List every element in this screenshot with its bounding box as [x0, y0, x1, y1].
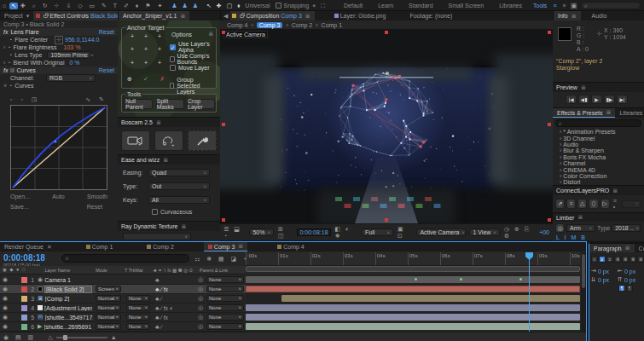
workspace-small-screen[interactable]: Small Screen	[449, 3, 484, 9]
anchor-apply-icon[interactable]: ⊕	[127, 76, 132, 83]
timeline-search-input[interactable]: ⌕	[61, 254, 189, 263]
layer-bar-adjustment[interactable]	[246, 304, 580, 311]
view-dropdown[interactable]: Active Camera˅	[416, 228, 466, 236]
prev-frame-button[interactable]: ◀▮	[578, 95, 589, 104]
layer-name[interactable]: [shuttle...2695691.mov]	[44, 324, 92, 330]
curves-tool-icons[interactable]: ▫ ▫ ◳	[10, 96, 40, 103]
layer-bar-black-solid[interactable]	[246, 286, 580, 292]
connect-mini-icons[interactable]: ≡ •	[613, 198, 620, 210]
layer-row-black-solid-2[interactable]: ◉ 2 [Black Solid 2] Screen˅ ♣ ∕ fx ◎ Non…	[0, 285, 246, 294]
expander[interactable]: ›	[3, 60, 5, 66]
layer-name[interactable]: [Black Solid 2]	[44, 286, 92, 293]
panel-menu-icon[interactable]: ≣	[180, 13, 185, 20]
selection-handle[interactable]	[222, 218, 225, 222]
stopwatch-icon[interactable]: ◔	[9, 83, 12, 89]
tab-info[interactable]: Info≣	[554, 11, 581, 20]
limber-thumb[interactable]: ◎	[555, 223, 565, 233]
keys-dropdown[interactable]: All˅	[148, 196, 210, 204]
boscam-title[interactable]: Boscam 2.5	[121, 119, 153, 125]
selection-handle[interactable]	[222, 123, 225, 126]
magnification-dropdown[interactable]: 50%˅	[249, 228, 274, 236]
mini-tool-icons[interactable]: ↖ ✚ ▢ ⬧	[206, 3, 241, 9]
stopwatch-icon[interactable]: ◔	[9, 37, 12, 43]
keyframe[interactable]	[519, 278, 522, 280]
layer-color-label[interactable]	[21, 286, 27, 292]
layer-color-label[interactable]	[21, 305, 27, 311]
blend-value[interactable]: 0 %	[70, 60, 80, 66]
connect-triangle-button[interactable]: △	[577, 199, 587, 209]
boscam-lasso-button[interactable]: +	[154, 130, 183, 151]
use-layers-alpha-checkbox[interactable]: ✓	[170, 44, 176, 50]
workspace-default[interactable]: Default	[344, 3, 363, 9]
panel-menu-icon[interactable]: ≣	[163, 157, 168, 164]
anchor-bottom-center[interactable]: +	[139, 60, 153, 72]
curves-reset-button[interactable]: Reset	[87, 204, 102, 210]
justify-last-left-button[interactable]: ≣	[614, 256, 621, 263]
keyframe[interactable]	[415, 278, 417, 280]
workspace-search-input[interactable]: ⌕	[581, 2, 641, 9]
fx-cat-distort[interactable]: ›Distort	[553, 179, 644, 185]
connect-grid-button[interactable]: ⌗	[566, 199, 576, 209]
play-button[interactable]: ▶	[591, 95, 602, 104]
parent-pickwhip-icon[interactable]: ◎	[198, 276, 203, 283]
expander-open[interactable]: ˅	[3, 83, 7, 89]
effects-search-input[interactable]: ⌕	[555, 119, 641, 127]
workspace-libraries[interactable]: Libraries	[499, 3, 522, 9]
layer-color-label[interactable]	[21, 277, 27, 283]
trkmat-dropdown[interactable]: None˅	[126, 314, 150, 321]
anchor-mid-left[interactable]: +	[125, 46, 139, 59]
effect-curves[interactable]: Curves	[16, 67, 35, 73]
tab-comp4[interactable]: Comp 4	[273, 242, 309, 251]
zoom-out-mountain-icon[interactable]: △	[48, 334, 52, 341]
anchor-bottom-left[interactable]: +	[125, 60, 139, 72]
align-center-button[interactable]: ≡	[599, 256, 606, 263]
parent-pickwhip-icon[interactable]: ◎	[198, 286, 203, 292]
tab-layer[interactable]: Layer: Globe.png	[330, 11, 391, 20]
fx-cat-3d-channel[interactable]: ›3D Channel	[553, 135, 644, 141]
tab-comp2[interactable]: Comp 2	[142, 242, 178, 251]
next-frame-button[interactable]: ▮▶	[604, 95, 615, 104]
parent-pickwhip-icon[interactable]: ◎	[198, 314, 203, 321]
selection-handle[interactable]	[222, 31, 225, 34]
curve-editor[interactable]	[10, 105, 107, 190]
last-frame-button[interactable]: ▶|	[617, 95, 628, 104]
snap-option-icons[interactable]: ⌖ ⛶	[312, 3, 327, 9]
text-direction-ltr-button[interactable]: ¶	[618, 285, 625, 292]
align-left-button[interactable]: ≡	[591, 256, 598, 263]
tab-audio[interactable]: Audio	[588, 11, 612, 20]
justify-last-center-button[interactable]: ≣	[622, 256, 629, 263]
breadcrumb-comp4[interactable]: Comp 4	[227, 22, 248, 28]
limber-year-dropdown[interactable]: 2018 ..˅	[612, 224, 641, 232]
selection-handle[interactable]	[548, 218, 551, 222]
workspace-overflow-icon[interactable]: »	[562, 3, 566, 9]
effect-lens-flare[interactable]: Lens Flare	[10, 29, 38, 35]
preview-title[interactable]: Preview	[556, 84, 577, 90]
layer-switches[interactable]: ♣ ∕ fx	[155, 286, 168, 292]
resolution-dropdown[interactable]: Full˅	[362, 228, 393, 236]
mode-dropdown[interactable]: Screen˅	[96, 286, 121, 292]
parent-dropdown[interactable]: None˅	[206, 276, 244, 283]
trkmat-dropdown[interactable]: None˅	[126, 323, 150, 330]
ease-title[interactable]: Ease and wizz	[121, 157, 160, 163]
justify-all-button[interactable]: ≣	[637, 256, 644, 263]
curves-smooth-button[interactable]: Smooth	[87, 194, 107, 199]
lens-flare-reset[interactable]: Reset	[99, 29, 114, 35]
parent-dropdown[interactable]: None˅	[206, 286, 244, 292]
breadcrumb-comp1[interactable]: Comp 1	[322, 22, 343, 28]
channel-dropdown[interactable]: RGB˅	[46, 74, 96, 82]
panel-menu-icon[interactable]: ≣	[581, 84, 586, 91]
eye-icon[interactable]: ◉	[3, 304, 8, 311]
tab-render-queue[interactable]: Render Queue✕	[0, 242, 56, 251]
tab-anchor-sniper[interactable]: Anchor_Sniper_v1.1≣	[119, 11, 189, 20]
stopwatch-icon[interactable]: ◔	[9, 52, 12, 58]
tab-comp1[interactable]: Comp 1	[82, 242, 118, 251]
keyframe[interactable]	[460, 278, 462, 280]
layer-row-shuttle-mov[interactable]: ◉ 6 ▶ [shuttle...2695691.mov] Normal˅ No…	[0, 322, 246, 332]
selection-handle[interactable]	[548, 123, 551, 126]
connect-play-button[interactable]: ▷	[600, 199, 610, 209]
mode-dropdown[interactable]: Normal˅	[96, 323, 121, 330]
panel-menu-icon[interactable]: ≣	[625, 245, 630, 251]
tab-comp3[interactable]: Comp 3≣	[204, 242, 247, 251]
crop-layer-button[interactable]: Crop Layer	[187, 99, 215, 109]
timeline-scrollbar[interactable]	[581, 252, 586, 341]
